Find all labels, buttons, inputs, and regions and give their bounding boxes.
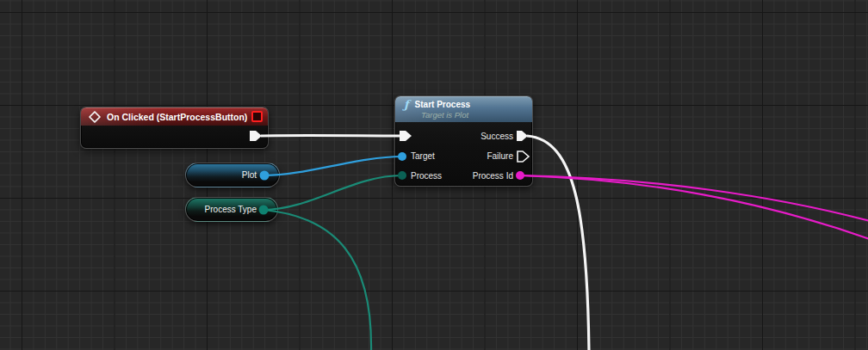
function-node-subtitle: Target is Plot — [421, 110, 468, 120]
pin-label-failure: Failure — [487, 151, 513, 162]
delegate-pin-icon[interactable] — [251, 111, 263, 122]
event-diamond-icon — [89, 110, 101, 122]
variable-process-type-label: Process Type — [205, 205, 257, 214]
variable-node-process-type[interactable]: Process Type — [185, 197, 278, 222]
wire-success-offscreen[interactable] — [527, 136, 589, 350]
function-node-start-process[interactable]: ƒ Start Process Target is Plot Target Pr… — [394, 95, 533, 187]
wire-process-id-offscreen-1[interactable] — [520, 175, 868, 221]
function-node-title: Start Process — [415, 100, 470, 110]
pin-label-process-id: Process Id — [473, 171, 513, 181]
blueprint-graph-canvas[interactable]: On Clicked (StartProcessButton) ƒ Start … — [0, 0, 868, 350]
pin-label-target: Target — [411, 151, 435, 162]
wire-process-id-offscreen-2[interactable] — [520, 175, 868, 239]
event-node-on-clicked[interactable]: On Clicked (StartProcessButton) — [80, 107, 269, 149]
function-f-icon: ƒ — [404, 100, 409, 110]
wire-processtype-branch-offscreen[interactable] — [264, 210, 371, 350]
pin-label-process: Process — [411, 171, 442, 181]
event-node-title: On Clicked (StartProcessButton) — [107, 112, 247, 122]
wire-plot-to-target[interactable] — [264, 157, 402, 175]
variable-node-plot[interactable]: Plot — [185, 163, 280, 187]
variable-plot-label: Plot — [242, 170, 257, 180]
pin-label-success: Success — [480, 132, 513, 142]
wire-processtype-to-process[interactable] — [264, 175, 402, 210]
event-node-header[interactable]: On Clicked (StartProcessButton) — [81, 107, 268, 126]
function-node-header[interactable]: ƒ Start Process Target is Plot — [395, 96, 532, 122]
